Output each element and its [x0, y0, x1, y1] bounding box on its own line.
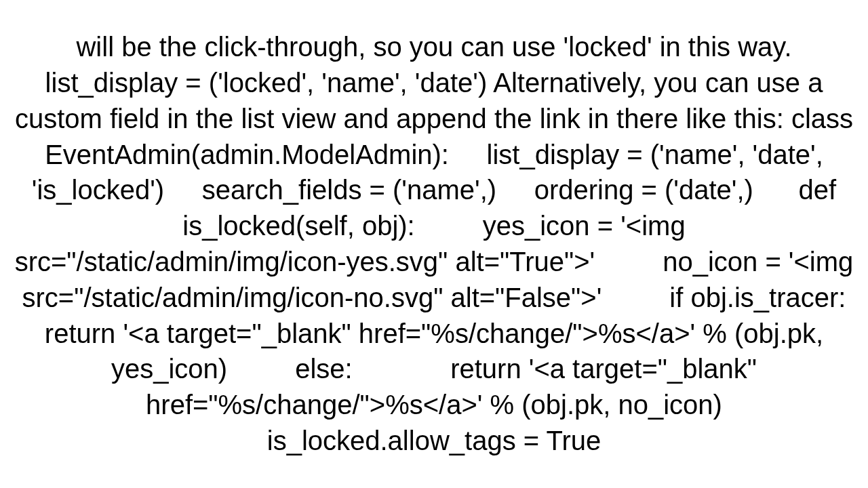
- document-body-text: will be the click-through, so you can us…: [14, 29, 854, 459]
